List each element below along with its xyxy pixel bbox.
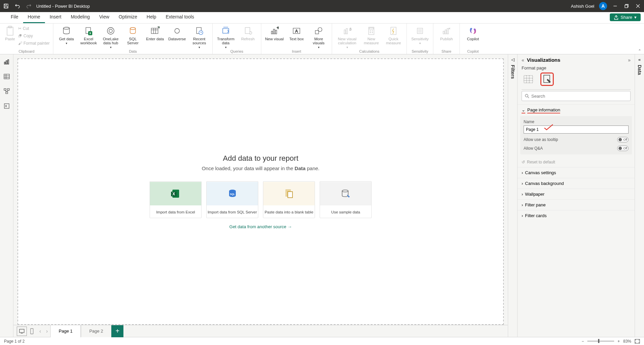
canvas-background-section[interactable]: ›Canvas background — [518, 178, 635, 189]
new-measure-button[interactable]: New measure — [362, 25, 381, 45]
add-page-button[interactable]: + — [111, 325, 123, 337]
svg-rect-31 — [315, 31, 319, 34]
copy-button[interactable]: ⮻Copy — [18, 32, 50, 39]
import-sql-card[interactable]: SQL Import data from SQL Server — [206, 181, 258, 218]
zoom-in-button[interactable]: + — [618, 339, 620, 344]
page-tab-1[interactable]: Page 1 — [50, 325, 81, 337]
copy-icon: ⮻ — [18, 34, 22, 38]
svg-point-39 — [372, 31, 373, 31]
clipboard-group-label: Clipboard — [18, 49, 34, 54]
menu-optimize[interactable]: Optimize — [114, 11, 142, 23]
format-page-tab[interactable] — [540, 72, 554, 86]
save-icon[interactable] — [3, 3, 9, 9]
transform-data-button[interactable]: Transform data▾ — [216, 25, 235, 49]
enter-data-button[interactable]: +Enter data — [145, 25, 165, 41]
onelake-button[interactable]: OneLake data hub▾ — [101, 25, 120, 49]
copilot-button[interactable]: Copilot — [463, 25, 483, 41]
reset-to-default[interactable]: ↺ Reset to default — [518, 157, 635, 167]
refresh-button[interactable]: Refresh — [238, 25, 258, 41]
close-icon[interactable] — [635, 3, 641, 9]
copilot-icon — [468, 26, 478, 36]
svg-rect-23 — [223, 29, 229, 33]
svg-rect-50 — [8, 60, 9, 64]
dax-view-button[interactable] — [3, 102, 11, 110]
expand-left-icon[interactable]: ◁ — [511, 57, 515, 62]
svg-line-58 — [5, 90, 7, 92]
model-view-button[interactable] — [3, 87, 11, 95]
svg-point-41 — [372, 32, 373, 33]
publish-button[interactable]: Publish — [437, 25, 456, 41]
build-visual-tab[interactable] — [522, 72, 535, 86]
page-information-section[interactable]: ⌄ Page information — [518, 104, 635, 116]
menu-modeling[interactable]: Modeling — [66, 11, 95, 23]
filters-pane-collapsed[interactable]: ◁ Filters — [508, 54, 517, 337]
brush-icon: 🖌 — [18, 41, 22, 46]
report-view-button[interactable] — [0, 58, 11, 66]
table-view-button[interactable] — [3, 72, 11, 81]
paste-data-card[interactable]: Paste data into a blank table — [263, 181, 315, 218]
menu-external-tools[interactable]: External tools — [161, 11, 199, 23]
new-visual-button[interactable]: +New visual — [265, 25, 284, 41]
prev-page-button[interactable]: ‹ — [37, 328, 44, 334]
canvas-settings-section[interactable]: ›Canvas settings — [518, 167, 635, 178]
svg-rect-2 — [5, 6, 7, 8]
text-box-button[interactable]: AText box — [287, 25, 306, 41]
menu-insert[interactable]: Insert — [45, 11, 66, 23]
format-painter-button[interactable]: 🖌Format painter — [18, 40, 50, 46]
cut-button[interactable]: ✂Cut — [18, 25, 50, 32]
avatar[interactable]: A — [599, 2, 607, 10]
desktop-layout-button[interactable] — [17, 327, 27, 336]
sql-icon — [127, 26, 138, 36]
import-excel-card[interactable]: X Import data from Excel — [150, 181, 202, 218]
sample-data-card[interactable]: Use sample data — [320, 181, 372, 218]
minimize-icon[interactable] — [612, 3, 619, 9]
sensitivity-button[interactable]: Sensitivity▾ — [410, 25, 430, 45]
allow-qa-toggle[interactable]: Off — [617, 146, 629, 151]
another-source-link[interactable]: Get data from another source → — [229, 224, 292, 229]
wallpaper-section[interactable]: ›Wallpaper — [518, 189, 635, 199]
more-visuals-button[interactable]: More visuals▾ — [309, 25, 328, 49]
sql-server-button[interactable]: SQL Server — [123, 25, 143, 45]
quick-measure-button[interactable]: Quick measure — [384, 25, 403, 45]
filter-pane-section[interactable]: ›Filter pane — [518, 199, 635, 210]
search-input[interactable] — [531, 94, 628, 99]
expand-pane-icon[interactable]: » — [628, 57, 631, 63]
dataverse-button[interactable]: Dataverse — [167, 25, 187, 41]
collapse-icon[interactable]: « — [638, 57, 641, 62]
user-name[interactable]: Ashish Goel — [571, 4, 594, 9]
report-canvas[interactable]: Add data to your report Once loaded, you… — [17, 58, 504, 325]
filter-cards-section[interactable]: ›Filter cards — [518, 210, 635, 221]
new-visual-calc-button[interactable]: fxNew visual calculation▾ — [335, 25, 359, 49]
collapse-pane-icon[interactable]: « — [522, 57, 524, 63]
page-tab-2[interactable]: Page 2 — [81, 325, 111, 337]
menu-file[interactable]: File — [6, 11, 23, 23]
zoom-slider[interactable] — [587, 341, 614, 342]
zoom-out-button[interactable]: − — [582, 339, 584, 344]
data-pane-collapsed[interactable]: « Data — [635, 54, 644, 337]
next-page-button[interactable]: › — [44, 328, 50, 334]
share-button[interactable]: Share ▾ — [610, 13, 641, 21]
get-data-button[interactable]: Get data▾ — [57, 25, 76, 45]
collapse-ribbon-icon[interactable]: ⌃ — [638, 49, 641, 53]
mobile-layout-button[interactable] — [27, 327, 37, 336]
reset-icon: ↺ — [522, 160, 525, 164]
page-name-input[interactable] — [524, 126, 629, 134]
format-search[interactable] — [522, 91, 631, 101]
allow-tooltip-toggle[interactable]: Off — [617, 137, 629, 142]
fit-to-page-button[interactable] — [635, 339, 640, 344]
undo-icon[interactable] — [14, 3, 21, 9]
menu-bar: File Home Insert Modeling View Optimize … — [0, 12, 644, 23]
share-label: Share — [621, 15, 632, 20]
paste-button[interactable]: Paste — [3, 25, 17, 41]
chart-icon: + — [269, 26, 280, 36]
zoom-level[interactable]: 83% — [623, 339, 631, 344]
excel-workbook-button[interactable]: XExcel workbook — [79, 25, 98, 45]
menu-view[interactable]: View — [95, 11, 114, 23]
menu-help[interactable]: Help — [142, 11, 161, 23]
svg-rect-37 — [369, 28, 373, 29]
svg-rect-27 — [275, 30, 277, 34]
recent-sources-button[interactable]: Recent sources▾ — [190, 25, 209, 49]
maximize-icon[interactable] — [623, 3, 630, 9]
redo-icon[interactable] — [25, 3, 32, 9]
menu-home[interactable]: Home — [23, 11, 45, 23]
